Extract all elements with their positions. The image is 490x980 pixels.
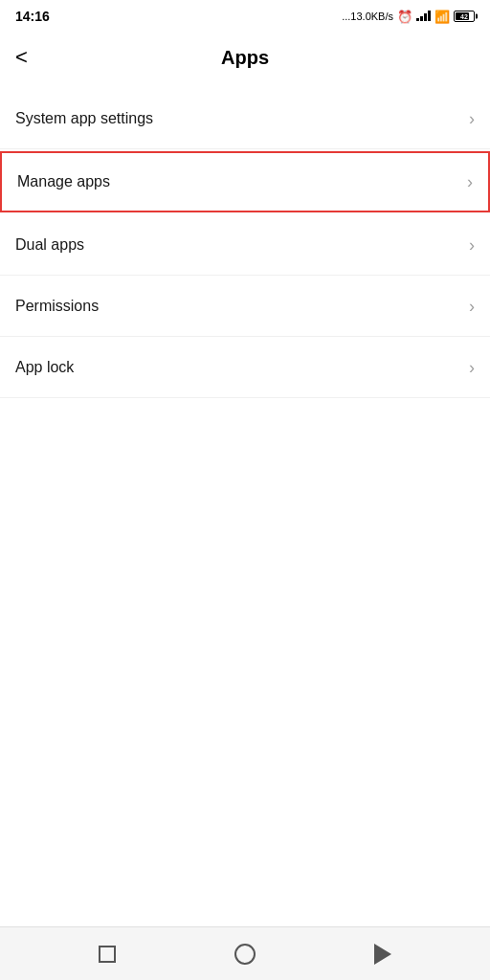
menu-item-label-app-lock: App lock: [15, 359, 74, 376]
back-button[interactable]: <: [15, 43, 35, 72]
battery-icon: 42: [454, 11, 475, 22]
recent-apps-button[interactable]: [88, 935, 126, 973]
chevron-icon-system-app-settings: ›: [469, 110, 475, 127]
menu-item-label-dual-apps: Dual apps: [15, 236, 84, 254]
network-speed: ...13.0KB/s: [342, 11, 393, 22]
recent-apps-icon: [99, 946, 116, 963]
status-icons: ...13.0KB/s ⏰ 📶 42: [342, 10, 475, 24]
signal-icon: [416, 10, 431, 24]
home-icon: [234, 944, 256, 965]
bottom-nav: [0, 926, 490, 980]
battery-level: 42: [460, 13, 468, 20]
menu-item-dual-apps[interactable]: Dual apps›: [0, 214, 490, 276]
menu-list: System app settings›Manage apps›Dual app…: [0, 88, 490, 398]
wifi-icon: 📶: [434, 10, 450, 24]
chevron-icon-app-lock: ›: [469, 359, 475, 376]
chevron-icon-dual-apps: ›: [469, 236, 475, 254]
back-nav-icon: [374, 944, 391, 965]
menu-item-permissions[interactable]: Permissions›: [0, 276, 490, 337]
menu-item-label-manage-apps: Manage apps: [17, 173, 110, 190]
chevron-icon-permissions: ›: [469, 298, 475, 315]
menu-item-app-lock[interactable]: App lock›: [0, 337, 490, 398]
status-time: 14:16: [15, 9, 50, 24]
chevron-icon-manage-apps: ›: [467, 173, 473, 190]
back-nav-button[interactable]: [364, 935, 402, 973]
home-button[interactable]: [226, 935, 264, 973]
menu-item-label-permissions: Permissions: [15, 298, 99, 315]
menu-item-label-system-app-settings: System app settings: [15, 110, 153, 127]
page-title: Apps: [221, 47, 269, 69]
app-header: < Apps: [0, 31, 490, 84]
menu-item-manage-apps[interactable]: Manage apps›: [0, 151, 490, 212]
menu-item-system-app-settings[interactable]: System app settings›: [0, 88, 490, 149]
status-bar: 14:16 ...13.0KB/s ⏰ 📶 42: [0, 0, 490, 31]
alarm-icon: ⏰: [397, 10, 412, 24]
